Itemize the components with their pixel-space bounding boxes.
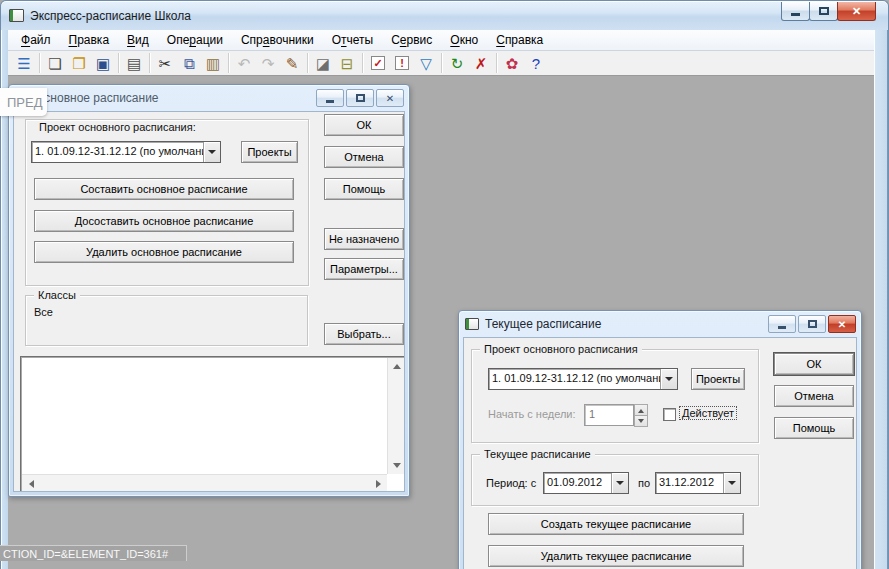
- toolbar-separator: [149, 53, 150, 73]
- dialog-close-button[interactable]: ✕: [828, 315, 856, 333]
- delete-schedule-button[interactable]: Удалить основное расписание: [34, 241, 294, 263]
- maximize-button[interactable]: [809, 2, 838, 21]
- window-frame-right: [874, 30, 889, 569]
- paste-button[interactable]: ▥: [201, 52, 225, 74]
- delete-button[interactable]: ✗: [469, 52, 493, 74]
- menu-item-help[interactable]: Справка: [487, 31, 552, 49]
- spin-down-button[interactable]: [634, 415, 648, 427]
- menu-bar: ФайлПравкаВидОперацииСправочникиОтчетыСе…: [8, 30, 874, 51]
- toolbar-separator: [441, 53, 442, 73]
- result-listbox[interactable]: [20, 356, 405, 492]
- chevron-down-icon: [665, 377, 673, 385]
- menu-item-edit[interactable]: Правка: [60, 31, 119, 49]
- dialog-controls: ✕: [316, 89, 404, 107]
- eraser-button[interactable]: ◪: [311, 52, 335, 74]
- period-to-datepicker[interactable]: 31.12.2012: [655, 472, 741, 494]
- open-button[interactable]: ❐: [67, 52, 91, 74]
- cancel-button[interactable]: Отмена: [774, 385, 854, 407]
- redo-button[interactable]: ↷: [256, 52, 280, 74]
- assign-button[interactable]: ✎: [280, 52, 304, 74]
- print-icon: ▤: [127, 56, 141, 71]
- dialog-close-button[interactable]: ✕: [376, 89, 404, 107]
- menu-item-window[interactable]: Окно: [441, 31, 487, 49]
- current-group-label: Текущее расписание: [480, 448, 595, 460]
- delete-current-schedule-button[interactable]: Удалить текущее расписание: [488, 545, 744, 567]
- vertical-scrollbar[interactable]: [387, 358, 404, 474]
- restore-icon: [808, 320, 817, 328]
- dialog-minimize-button[interactable]: [316, 89, 344, 107]
- main-titlebar[interactable]: Экспресс-расписание Школа ✕: [0, 0, 889, 30]
- combobox-dropdown-button[interactable]: [203, 142, 220, 162]
- menu-item-file[interactable]: Файл: [12, 31, 60, 49]
- menu-item-view[interactable]: Вид: [118, 31, 158, 49]
- refresh-icon: ↻: [451, 56, 464, 71]
- period-to-value: 31.12.2012: [656, 473, 723, 493]
- close-button[interactable]: ✕: [837, 2, 876, 21]
- help-pointer-button[interactable]: ?: [524, 52, 548, 74]
- warning-button[interactable]: !: [390, 52, 414, 74]
- period-from-datepicker[interactable]: 01.09.2012: [543, 472, 629, 494]
- current-schedule-dialog: Текущее расписание ✕ Проект основного ра…: [458, 310, 862, 569]
- combobox-dropdown-button[interactable]: [660, 369, 677, 389]
- not-assigned-button[interactable]: Не назначено: [324, 228, 404, 250]
- main-schedule-title: Основное расписание: [35, 91, 159, 105]
- help-button[interactable]: Помощь: [324, 178, 404, 200]
- datepicker-dropdown-button[interactable]: [611, 473, 628, 493]
- project-combobox-value: 1. 01.09.12-31.12.12 (по умолчани: [489, 369, 660, 389]
- filter-lightning-button[interactable]: ▽: [414, 52, 438, 74]
- chevron-down-icon: [208, 150, 216, 158]
- current-schedule-client: Проект основного расписания 1. 01.09.12-…: [463, 337, 857, 569]
- project-combobox[interactable]: 1. 01.09.12-31.12.12 (по умолчани: [31, 141, 221, 163]
- scroll-right-button[interactable]: [370, 475, 387, 492]
- projects-button[interactable]: Проекты: [241, 141, 298, 163]
- cut-button[interactable]: ✂: [153, 52, 177, 74]
- choose-button[interactable]: Выбрать...: [324, 323, 404, 345]
- projects-button[interactable]: Проекты: [691, 368, 745, 390]
- start-week-label: Начать с недели:: [488, 408, 576, 420]
- filter-lightning-icon: ▽: [420, 56, 432, 71]
- menu-item-service[interactable]: Сервис: [382, 31, 441, 49]
- cancel-button[interactable]: Отмена: [324, 146, 404, 168]
- append-schedule-button[interactable]: Досоставить основное расписание: [34, 210, 294, 232]
- print-button[interactable]: ▤: [122, 52, 146, 74]
- scroll-left-button[interactable]: [22, 475, 39, 492]
- menu-item-references[interactable]: Справочники: [232, 31, 323, 49]
- schedule-list-icon: ☰: [17, 56, 30, 71]
- create-current-schedule-button[interactable]: Создать текущее расписание: [488, 513, 744, 535]
- undo-button[interactable]: ↶: [232, 52, 256, 74]
- paste-icon: ▥: [206, 56, 220, 71]
- flower-button[interactable]: ✿: [500, 52, 524, 74]
- scroll-up-button[interactable]: [388, 358, 405, 374]
- horizontal-scrollbar[interactable]: [22, 474, 387, 491]
- dialog-restore-button[interactable]: [346, 89, 374, 107]
- main-schedule-titlebar[interactable]: Основное расписание ✕: [9, 85, 409, 111]
- dialog-restore-button[interactable]: [798, 315, 826, 333]
- dialog-minimize-button[interactable]: [768, 315, 796, 333]
- new-button[interactable]: ❏: [43, 52, 67, 74]
- refresh-button[interactable]: ↻: [445, 52, 469, 74]
- toolbar-separator: [496, 53, 497, 73]
- classes-group-label: Классы: [34, 289, 80, 301]
- compose-schedule-button[interactable]: Составить основное расписание: [34, 178, 294, 200]
- current-schedule-titlebar[interactable]: Текущее расписание ✕: [459, 311, 861, 337]
- ok-button[interactable]: ОК: [324, 114, 404, 136]
- menu-item-operations[interactable]: Операции: [158, 31, 232, 49]
- copy-button[interactable]: ⧉: [177, 52, 201, 74]
- card-print-button[interactable]: ⊟: [335, 52, 359, 74]
- ok-button[interactable]: ОК: [774, 353, 854, 375]
- save-button[interactable]: ▣: [91, 52, 115, 74]
- minimize-button[interactable]: [781, 2, 810, 21]
- period-to-label: по: [638, 477, 650, 489]
- parameters-button[interactable]: Параметры...: [324, 258, 404, 280]
- datepicker-dropdown-button[interactable]: [723, 473, 740, 493]
- project-combobox[interactable]: 1. 01.09.12-31.12.12 (по умолчани: [488, 368, 678, 390]
- start-week-input[interactable]: 1: [584, 404, 634, 426]
- active-checkbox[interactable]: [663, 408, 676, 421]
- schedule-list-button[interactable]: ☰: [12, 52, 36, 74]
- active-checkbox-label[interactable]: Действует: [679, 406, 737, 420]
- menu-item-reports[interactable]: Отчеты: [323, 31, 383, 49]
- check-button[interactable]: ✓: [366, 52, 390, 74]
- pred-overlay: ПРЕД: [0, 88, 47, 116]
- scroll-down-button[interactable]: [388, 458, 405, 474]
- help-button[interactable]: Помощь: [774, 417, 854, 439]
